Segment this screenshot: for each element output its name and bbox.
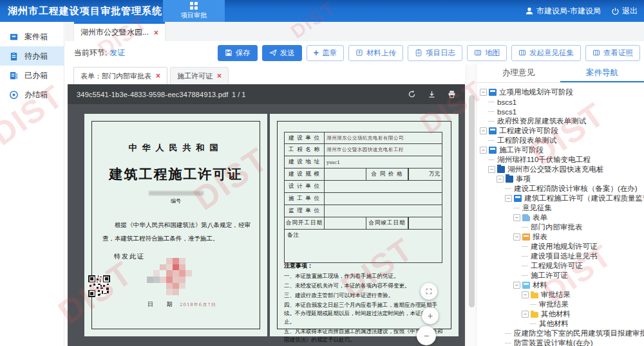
collapse-icon[interactable]: − [488, 166, 495, 173]
tree-item[interactable]: −建筑工程施工许可（建设工程质量监督手续 [477, 194, 644, 203]
sidebar-item-label: 待办箱 [24, 51, 48, 62]
send-button[interactable]: 发送 [262, 45, 302, 61]
sidebar-item-closed-box[interactable]: 办结箱 [0, 85, 64, 104]
collapse-icon[interactable]: − [513, 233, 520, 241]
tree-item[interactable]: 施工许可证 [477, 271, 644, 280]
tree-item[interactable]: 政府投资房屋建筑表单测试 [477, 116, 644, 126]
stamp-button[interactable]: + 盖章 [307, 45, 344, 61]
proj-icon [497, 166, 505, 173]
close-icon[interactable]: × [154, 28, 158, 37]
tree-item[interactable]: −其他材料 [477, 309, 644, 319]
pdf-filename: 349c5541-1b3e-4833-9598-eec347884913.pdf [77, 91, 229, 98]
collapse-icon[interactable]: − [522, 291, 529, 298]
right-panel: 办理意见 案件导航 −立项用地规划许可阶段bscs1bscs1政府投资房屋建筑表… [477, 64, 644, 346]
collapse-icon[interactable]: − [513, 214, 520, 221]
permit-field-label: 建 设 单 位 [285, 132, 325, 143]
user-menu[interactable]: 市建设局-市建设局 [525, 6, 601, 17]
sidebar-item-todo-box[interactable]: 待办箱 [0, 46, 64, 66]
tree-item[interactable]: 建设用地规划许可证 [477, 242, 644, 251]
permit-field-unit: 万元 [408, 168, 442, 180]
tree-item-label: 湖州瑞祥110千伏输变电工程 [497, 155, 591, 165]
tab-processing-opinion[interactable]: 办理意见 [477, 64, 560, 82]
sidebar-item-label: 案件箱 [24, 32, 48, 42]
tree-item[interactable]: −施工许可阶段 [477, 145, 644, 155]
certificate-country: 中华人民共和国 [84, 142, 267, 154]
material-upload-button[interactable]: 材料上传 [348, 45, 403, 61]
scrollbar-thumb[interactable] [469, 95, 475, 307]
project-log-button[interactable]: 项目日志 [408, 45, 462, 61]
send-icon [269, 49, 277, 57]
tree-item[interactable]: −表单 [477, 213, 644, 223]
permit-field-label: 合同开工日期 [285, 217, 325, 229]
vertical-scrollbar[interactable] [466, 64, 477, 346]
tree-item[interactable]: −湖州市公交暨水园快速充电桩 [477, 165, 644, 174]
form-tab-approval-sheet[interactable]: 表单：部门内部审批表 × [73, 67, 167, 84]
workspace-tab-project[interactable]: 湖州市公交暨水园... × [74, 22, 165, 41]
tree-item[interactable]: 审批结果 [477, 300, 644, 309]
collapse-icon[interactable]: − [497, 176, 504, 183]
tab-case-navigation[interactable]: 案件导航 [560, 64, 644, 82]
tree-item[interactable]: −立项用地规划许可阶段 [477, 87, 644, 97]
tree-item-label: 建筑工程施工许可（建设工程质量监督手续 [524, 194, 644, 203]
tree-item[interactable]: 其他材料 [477, 319, 644, 329]
collapse-icon[interactable]: − [480, 147, 487, 154]
tree-item[interactable]: bscs1 [477, 97, 644, 107]
logout-button[interactable]: 退出 [611, 6, 638, 17]
tree-item[interactable]: 意见征集 [477, 203, 644, 213]
permit-field-value [325, 217, 366, 229]
collapse-icon[interactable]: − [522, 311, 529, 318]
close-icon[interactable]: × [156, 71, 160, 80]
case-tree: −立项用地规划许可阶段bscs1bscs1政府投资房屋建筑表单测试−工程建设许可… [477, 83, 644, 346]
view-certificates-button[interactable]: 查看证照 [585, 45, 640, 61]
permit-table-row: 建 设 地 址yssc1 [284, 156, 442, 168]
tree-item[interactable]: 应建防空地下室的民用建筑项目报建审批(未 [477, 329, 644, 338]
tree-item[interactable]: 工程阶段表单测试 [477, 136, 644, 145]
tree-item-label: 应建防空地下室的民用建筑项目报建审批(未 [514, 329, 644, 338]
map-button[interactable]: 地图 [467, 45, 507, 61]
tree-item[interactable]: −材料 [477, 280, 644, 290]
report-icon [522, 233, 530, 241]
download-icon[interactable] [428, 90, 436, 98]
tree-item[interactable]: 建设项目选址意见书 [477, 251, 644, 261]
collapse-icon[interactable]: − [505, 195, 512, 202]
collapse-icon[interactable]: − [480, 127, 487, 134]
tree-item-label: 建设项目选址意见书 [531, 251, 598, 261]
tree-item[interactable]: 湖州瑞祥110千伏输变电工程 [477, 155, 644, 165]
collapse-icon[interactable]: − [480, 89, 487, 96]
zoom-out-button[interactable]: − [417, 326, 436, 345]
print-icon[interactable] [448, 90, 456, 98]
form-tab-construction-permit[interactable]: 施工许可证 × [170, 67, 229, 84]
collapse-icon[interactable]: − [513, 282, 520, 289]
current-step-value[interactable]: 发证 [109, 48, 125, 57]
tree-item[interactable]: −报表 [477, 232, 644, 242]
solicit-opinion-button[interactable]: 发起意见征集 [511, 45, 581, 61]
tree-item[interactable]: bscs1 [477, 107, 644, 116]
rotate-icon[interactable] [408, 90, 416, 98]
tree-item[interactable]: −工程建设许可阶段 [477, 126, 644, 136]
tree-item[interactable]: 建设工程消防设计审核（备案）(在办) [477, 184, 644, 194]
save-button[interactable]: 保存 [218, 45, 258, 61]
sidebar-item-done-box[interactable]: 已办箱 [0, 66, 64, 85]
tree-item[interactable]: 工程规划许可证 [477, 261, 644, 271]
tree-item-label: 工程建设许可阶段 [499, 126, 558, 136]
tree-item[interactable]: 部门内部审批表 [477, 223, 644, 232]
permit-field-label: 工 程 名 称 [285, 144, 325, 156]
tree-item[interactable]: −事项 [477, 174, 644, 184]
permit-table-row: 建 设 规 模合 同 价 格万元 [284, 168, 442, 181]
tree-connector [505, 333, 511, 334]
sidebar-item-case-box[interactable]: 案件箱 [0, 27, 64, 46]
tree-item[interactable]: −审批结果 [477, 290, 644, 300]
power-icon [611, 7, 620, 15]
permit-field-label: 建 设 地 址 [285, 156, 325, 168]
fit-width-button[interactable] [421, 283, 437, 300]
tree-item-label: 材料 [533, 280, 547, 290]
certificate-date-value: 2018年6月7日 [180, 302, 216, 308]
material-icon [522, 282, 530, 289]
close-icon[interactable]: × [217, 71, 222, 80]
zoom-in-button[interactable]: + [422, 307, 439, 324]
nav-tab-label: 项目审批 [181, 11, 207, 20]
tree-item[interactable]: 防雷装置设计审核(在办) [477, 338, 644, 346]
grid-icon [190, 2, 198, 10]
permit-field-value: 湖州湖东公交场站充电桩有限公司 [325, 132, 442, 143]
nav-tab-project-approval[interactable]: 项目审批 [163, 0, 225, 22]
